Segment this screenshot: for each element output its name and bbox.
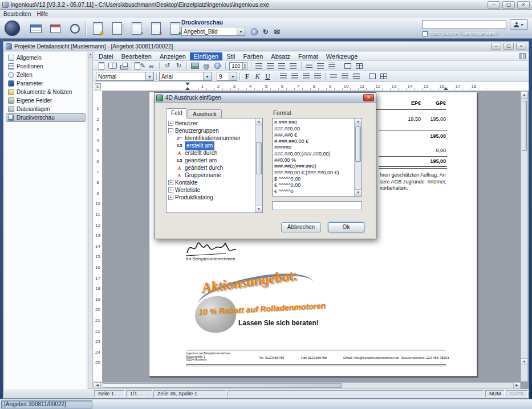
expand-plus-icon[interactable]: + bbox=[168, 180, 173, 185]
scroll-up-icon[interactable]: ▲ bbox=[255, 118, 262, 125]
horizontal-ruler[interactable]: L 123456789101112131415161718 bbox=[94, 82, 529, 91]
sidebar-item-parameter[interactable]: Parameter bbox=[6, 79, 86, 88]
scrollbar-thumb[interactable] bbox=[355, 126, 361, 162]
save-document-icon[interactable]: ▪ bbox=[129, 22, 144, 35]
align-center-icon[interactable] bbox=[289, 72, 300, 81]
sidebar-item-dokumente-notizen[interactable]: Dokumente & Notizen bbox=[6, 88, 86, 96]
tab-feld[interactable]: Feld bbox=[166, 108, 187, 118]
dialog-close-icon[interactable]: × bbox=[363, 94, 374, 101]
editor-menu-einf-gen[interactable]: Einfügen bbox=[190, 52, 222, 60]
format-option[interactable]: ###.##0 € bbox=[273, 132, 354, 138]
mdi-minimize-button[interactable]: – bbox=[491, 43, 501, 50]
projects-table-icon[interactable] bbox=[29, 22, 43, 35]
border-outer-icon[interactable] bbox=[367, 72, 377, 81]
editor-menu-bearbeiten[interactable]: Bearbeiten bbox=[117, 52, 156, 60]
sidebar-scrollbar[interactable]: ▲ bbox=[88, 52, 93, 389]
send-mail-icon[interactable]: ✉ bbox=[272, 27, 282, 36]
horizontal-scrollbar[interactable]: ◀ ▶ bbox=[94, 382, 521, 389]
tree-item-produktkatalog[interactable]: +Produktkatalog bbox=[166, 194, 255, 201]
tree-item-ge-ndert-durch[interactable]: Ageändert durch bbox=[166, 164, 255, 171]
line-spacing-2-icon[interactable] bbox=[327, 62, 338, 71]
taskbar-window-button[interactable]: [Angebot 300811/00022] bbox=[1, 400, 92, 408]
redo-icon[interactable]: ↻ bbox=[173, 62, 184, 71]
template-select[interactable]: Angebot_Bild ▼ bbox=[181, 27, 245, 36]
format-list[interactable]: #.###.##0###.##0,00###.##0 €#.###.##0,00… bbox=[272, 118, 362, 197]
tree-item-benutzergruppen[interactable]: -Benutzergruppen bbox=[166, 127, 255, 134]
collapse-minus-icon[interactable]: - bbox=[168, 128, 173, 133]
border-grid-icon[interactable] bbox=[378, 72, 389, 81]
sidebar-item-druckvorschau[interactable]: Druckvorschau bbox=[6, 113, 86, 122]
sidebar-item-eigene-felder[interactable]: Eigene Felder bbox=[6, 96, 86, 105]
delete-document-icon[interactable]: × bbox=[148, 22, 163, 35]
line-spacing-icon[interactable] bbox=[328, 72, 339, 81]
search-input[interactable] bbox=[422, 20, 506, 29]
minimize-button[interactable]: – bbox=[488, 1, 500, 9]
first-line-indent-marker[interactable] bbox=[185, 83, 190, 85]
chevron-down-icon[interactable]: ▼ bbox=[145, 72, 153, 80]
tree-item-erstellt-am[interactable]: 0.5erstellt am bbox=[166, 142, 255, 149]
editor-menu-stil[interactable]: Stil bbox=[222, 52, 239, 60]
insert-expression-icon[interactable]: @ bbox=[201, 62, 212, 71]
chevron-down-icon[interactable]: ▼ bbox=[229, 72, 237, 80]
tree-item-kontakte[interactable]: +Kontakte bbox=[166, 179, 255, 186]
menu-bearbeiten[interactable]: Bearbeiten bbox=[3, 11, 31, 17]
format-option[interactable]: ###.##0,00 €;(###.##0,00 €) bbox=[273, 170, 354, 176]
format-option[interactable]: € ^^^^^0,00 bbox=[273, 182, 354, 189]
sidebar-item-zeiten[interactable]: Zeiten bbox=[6, 71, 86, 79]
underline-button[interactable]: U bbox=[263, 72, 273, 81]
format-option[interactable]: #.###.##0 bbox=[273, 120, 354, 126]
format-option[interactable]: ###.##0;(###.##0) bbox=[273, 163, 354, 170]
editor-menu-datei[interactable]: Datei bbox=[95, 52, 117, 60]
dialog-title-bar[interactable]: 4D Ausdruck einfügen × bbox=[155, 93, 376, 103]
field-tree-list[interactable]: +Benutzer-Benutzergruppen2³²Identifikati… bbox=[166, 118, 263, 213]
user-menu-button[interactable]: ▼ bbox=[510, 19, 528, 30]
editor-menu-werkzeuge[interactable]: Werkzeuge bbox=[322, 52, 362, 60]
zoom-spinner[interactable]: ▲▼ bbox=[243, 62, 247, 70]
format-option[interactable]: #####0 bbox=[273, 145, 354, 151]
line-spacing-icon[interactable] bbox=[351, 72, 362, 81]
new-page-icon[interactable] bbox=[96, 62, 107, 71]
sidebar-item-dateianlagen[interactable]: Dateianlagen bbox=[6, 105, 86, 113]
editor-menu-anzeigen[interactable]: Anzeigen bbox=[156, 52, 190, 60]
editor-menu-absatz[interactable]: Absatz bbox=[267, 52, 294, 60]
new-document-icon[interactable]: ✱ bbox=[90, 22, 105, 35]
tabstop-selector[interactable]: L bbox=[95, 83, 101, 89]
scrollbar-thumb[interactable] bbox=[103, 383, 342, 388]
scroll-up-icon[interactable]: ▲ bbox=[88, 52, 92, 58]
align-justify-icon[interactable] bbox=[312, 72, 323, 81]
mdi-restore-button[interactable]: ▢ bbox=[503, 43, 514, 50]
import-document-icon[interactable]: ▸ bbox=[168, 22, 182, 35]
font-size-select[interactable]: 9 ▼ bbox=[217, 72, 237, 81]
scroll-right-icon[interactable]: ▶ bbox=[513, 383, 520, 388]
sidebar-item-allgemein[interactable]: Allgemein bbox=[6, 54, 86, 62]
scroll-up-icon[interactable]: ▲ bbox=[355, 118, 362, 125]
tree-scrollbar[interactable]: ▲ ▼ bbox=[255, 118, 262, 212]
globe-link-icon[interactable] bbox=[249, 27, 259, 36]
font-family-select[interactable]: Arial ▼ bbox=[159, 72, 212, 81]
tree-item-ge-ndert-am[interactable]: 0.5geändert am bbox=[166, 157, 255, 164]
vertical-scrollbar[interactable]: ▲ ▼ bbox=[521, 91, 528, 382]
book-preview-icon[interactable] bbox=[107, 62, 118, 71]
tab-ausdruck[interactable]: Ausdruck bbox=[188, 109, 222, 118]
format-option[interactable]: $ ^^^^^0,00 bbox=[273, 176, 354, 182]
zoom-control[interactable]: 100 ▲▼ bbox=[229, 62, 247, 70]
format-input[interactable] bbox=[272, 201, 362, 210]
format-option[interactable]: ###.##0,00 bbox=[273, 126, 354, 132]
format-option[interactable]: € ^^^^^0 bbox=[273, 189, 354, 195]
align-right-icon[interactable] bbox=[277, 62, 287, 71]
editor-menu-grid-icon[interactable] bbox=[519, 53, 526, 59]
ok-button[interactable]: Ok bbox=[328, 222, 364, 232]
expand-plus-icon[interactable]: + bbox=[168, 195, 173, 200]
line-spacing-1-icon[interactable] bbox=[304, 62, 315, 71]
paragraph-style-select[interactable]: Normal ▼ bbox=[96, 72, 154, 81]
print-icon[interactable] bbox=[119, 62, 129, 71]
scroll-down-icon[interactable]: ▼ bbox=[255, 206, 262, 212]
menu-hilfe[interactable]: Hilfe bbox=[36, 11, 48, 17]
tree-item-erstellt-durch[interactable]: Aerstellt durch bbox=[166, 149, 255, 157]
bold-button[interactable]: F bbox=[242, 72, 252, 81]
insert-image-icon[interactable] bbox=[189, 62, 200, 71]
scroll-down-icon[interactable]: ▼ bbox=[355, 189, 362, 196]
cancel-button[interactable]: Abbrechen bbox=[281, 222, 321, 232]
scrollbar-thumb[interactable] bbox=[522, 101, 527, 151]
editor-menu-farben[interactable]: Farben bbox=[239, 52, 267, 60]
